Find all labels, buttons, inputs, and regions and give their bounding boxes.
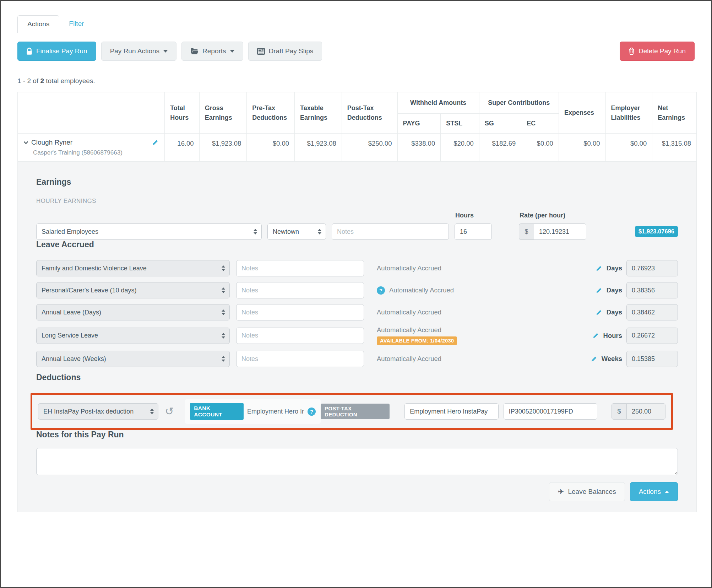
location-select[interactable]: Newtown <box>267 223 326 240</box>
updown-icon <box>222 309 225 315</box>
employee-name[interactable]: Clough Ryner <box>31 139 72 146</box>
earnings-row: Salaried Employees Newtown <box>36 212 678 240</box>
edit-pencil-icon[interactable] <box>152 139 159 146</box>
undo-icon[interactable]: ↺ <box>165 406 174 417</box>
leave-type-value: Family and Domestic Violence Leave <box>42 265 147 272</box>
edit-pencil-icon[interactable] <box>591 356 597 362</box>
col-post-tax-deductions: Post-Tax Deductions <box>342 92 397 134</box>
leave-type-value: Annual Leave (Days) <box>42 309 101 316</box>
deduction-amount-input[interactable] <box>626 403 665 420</box>
updown-icon <box>222 287 225 293</box>
edit-pencil-icon[interactable] <box>596 287 602 294</box>
summary-prefix: 1 - 2 of <box>17 77 38 85</box>
deduction-payee-input[interactable] <box>404 403 498 420</box>
leave-balances-button[interactable]: ✈ Leave Balances <box>549 482 625 501</box>
draft-pay-slips-button[interactable]: Draft Pay Slips <box>248 42 322 61</box>
leave-type-value: Long Service Leave <box>42 332 98 339</box>
pay-run-page: Actions Filter Finalise Pay Run Pay Run … <box>0 0 712 588</box>
leave-type-select[interactable]: Long Service Leave <box>36 328 230 344</box>
chevron-down-icon[interactable] <box>23 141 28 144</box>
cell-expenses: $0.00 <box>559 134 605 162</box>
accrual-status: Automatically Accrued <box>377 308 441 316</box>
updown-icon <box>222 265 225 271</box>
col-employee <box>18 92 165 134</box>
caret-up-icon <box>665 491 669 493</box>
actions-button[interactable]: Actions <box>630 482 678 501</box>
updown-icon <box>150 409 154 414</box>
leave-value-input[interactable] <box>626 328 678 344</box>
help-icon[interactable]: ? <box>377 286 385 295</box>
leave-notes-input[interactable] <box>236 304 364 320</box>
leave-type-value: Personal/Carer's Leave (10 days) <box>42 287 137 294</box>
caret-down-icon <box>230 50 234 53</box>
finalise-pay-run-button[interactable]: Finalise Pay Run <box>17 42 96 61</box>
cell-sg: $182.69 <box>479 134 521 162</box>
deduction-reference-input[interactable] <box>504 403 597 420</box>
leave-row: Family and Domestic Violence Leave Autom… <box>36 260 678 276</box>
help-icon[interactable]: ? <box>308 408 316 416</box>
accrual-status: Automatically Accrued <box>377 264 441 272</box>
pay-run-actions-label: Pay Run Actions <box>110 47 159 55</box>
leave-value-input[interactable] <box>626 282 678 298</box>
caret-down-icon <box>163 50 168 53</box>
tab-filter[interactable]: Filter <box>59 15 93 33</box>
leave-row: Long Service Leave Automatically Accrued… <box>36 326 678 345</box>
summary-suffix: total employees. <box>46 77 95 85</box>
currency-prefix: $ <box>519 223 534 240</box>
pay-run-notes-textarea[interactable] <box>36 448 678 475</box>
actions-label: Actions <box>639 488 661 496</box>
rate-input[interactable] <box>534 223 586 240</box>
location-value: Newtown <box>273 228 299 236</box>
updown-icon <box>222 356 225 362</box>
rate-input-group: $ <box>519 223 586 240</box>
hours-input[interactable] <box>455 223 492 240</box>
leave-notes-input[interactable] <box>236 260 364 276</box>
employee-cell: Clough Ryner Casper's Training (58606879… <box>18 134 165 162</box>
pay-slips-icon <box>257 48 265 55</box>
earnings-notes-input[interactable] <box>332 223 449 240</box>
leave-type-select[interactable]: Family and Domestic Violence Leave <box>36 260 230 276</box>
leave-type-select[interactable]: Annual Leave (Weeks) <box>36 351 230 367</box>
leave-unit-label: Hours <box>603 332 622 340</box>
summary-count: 2 <box>40 77 44 85</box>
edit-pencil-icon[interactable] <box>592 332 599 339</box>
deduction-type-select[interactable]: EH InstaPay Post-tax deduction <box>38 403 158 420</box>
leave-value-input[interactable] <box>626 351 678 367</box>
leave-value-input[interactable] <box>626 304 678 320</box>
employee-company: Casper's Training (58606879663) <box>33 149 159 156</box>
leave-notes-input[interactable] <box>236 328 364 344</box>
leave-value-input[interactable] <box>626 260 678 276</box>
draft-pay-slips-label: Draft Pay Slips <box>269 47 314 55</box>
pay-category-select[interactable]: Salaried Employees <box>36 223 262 240</box>
pay-run-actions-button[interactable]: Pay Run Actions <box>101 42 176 61</box>
earnings-title: Earnings <box>36 177 678 187</box>
edit-pencil-icon[interactable] <box>596 309 602 316</box>
updown-icon <box>254 229 257 234</box>
leave-type-select[interactable]: Personal/Carer's Leave (10 days) <box>36 282 230 298</box>
edit-pencil-icon[interactable] <box>596 265 602 272</box>
delete-pay-run-label: Delete Pay Run <box>638 47 686 55</box>
tab-actions[interactable]: Actions <box>17 15 59 33</box>
cell-gross-earnings: $1,923.08 <box>199 134 247 162</box>
leave-notes-input[interactable] <box>236 282 364 298</box>
col-total-hours: Total Hours <box>165 92 200 134</box>
cell-payg: $338.00 <box>397 134 441 162</box>
plane-icon: ✈ <box>558 487 564 496</box>
leave-type-select[interactable]: Annual Leave (Days) <box>36 304 230 320</box>
accrual-status: Automatically Accrued <box>377 355 441 363</box>
col-group-super-contributions: Super Contributions <box>479 92 559 114</box>
cell-ec: $0.00 <box>521 134 559 162</box>
leave-notes-input[interactable] <box>236 351 364 367</box>
earnings-total-badge: $1,923.07696 <box>635 226 678 237</box>
hourly-earnings-label: HOURLY EARNINGS <box>36 198 678 205</box>
reports-button[interactable]: Reports <box>181 42 243 61</box>
deduction-type-value: EH InstaPay Post-tax deduction <box>43 408 134 415</box>
detail-footer: ✈ Leave Balances Actions <box>36 482 678 501</box>
delete-pay-run-button[interactable]: Delete Pay Run <box>620 42 695 61</box>
pay-run-notes-title: Notes for this Pay Run <box>36 430 678 439</box>
cell-total-hours: 16.00 <box>165 134 200 162</box>
finalise-pay-run-label: Finalise Pay Run <box>36 47 87 55</box>
deduction-amount-group: $ <box>612 403 665 420</box>
col-pre-tax-deductions: Pre-Tax Deductions <box>247 92 295 134</box>
col-sg: SG <box>479 114 521 134</box>
